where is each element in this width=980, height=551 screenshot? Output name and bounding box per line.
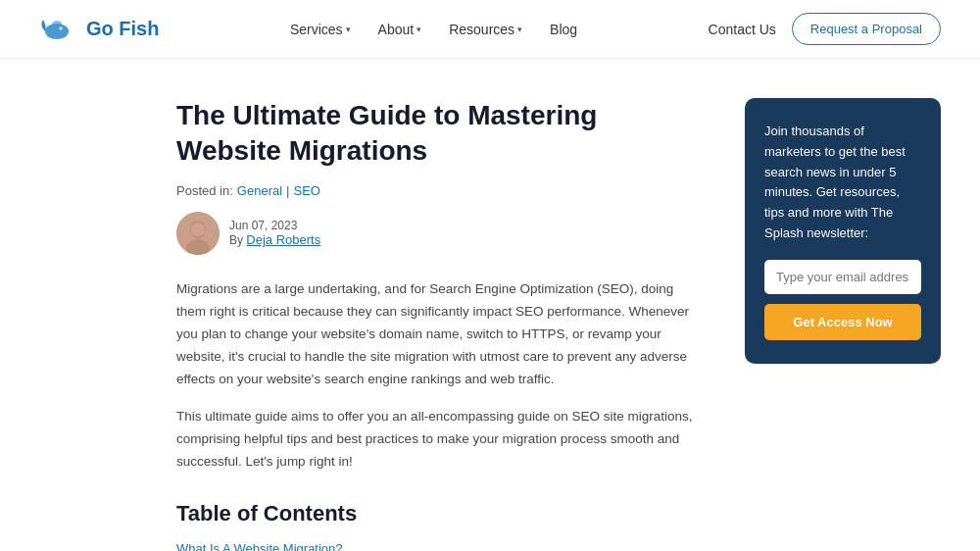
article-body: Migrations are a large undertaking, and … [176,278,706,475]
nav-blog[interactable]: Blog [550,22,577,37]
nav-resources[interactable]: Resources ▾ [449,22,522,37]
svg-point-2 [52,21,62,26]
chevron-down-icon: ▾ [346,25,351,34]
avatar-image [176,212,220,255]
nav-actions: Contact Us Request a Proposal [709,13,941,45]
list-item: What Is A Website Migration? [176,540,706,551]
chevron-down-icon: ▾ [416,25,421,34]
article-main: The Ultimate Guide to Mastering Website … [176,98,706,551]
posted-in-label: Posted in: [176,183,233,198]
nav-contact-link[interactable]: Contact Us [709,22,776,37]
main-nav: Go Fish Services ▾ About ▾ Resources ▾ B… [0,0,980,59]
page-body: The Ultimate Guide to Mastering Website … [0,59,980,551]
newsletter-description: Join thousands of marketers to get the b… [764,122,921,244]
logo-text: Go Fish [86,18,159,40]
logo[interactable]: Go Fish [39,10,159,49]
author-row: Jun 07, 2023 By Deja Roberts [176,212,706,255]
newsletter-email-input[interactable] [764,260,921,294]
author-date: Jun 07, 2023 [229,219,320,232]
nav-links: Services ▾ About ▾ Resources ▾ Blog [290,22,577,37]
author-name-link[interactable]: Deja Roberts [246,232,320,247]
article-meta: Posted in: General | SEO [176,183,706,198]
svg-point-6 [191,223,205,236]
author-avatar [176,212,220,255]
nav-services[interactable]: Services ▾ [290,22,351,37]
nav-about[interactable]: About ▾ [378,22,422,37]
author-byline: By Deja Roberts [229,232,320,247]
article-title: The Ultimate Guide to Mastering Website … [176,98,706,170]
toc-item-link[interactable]: What Is A Website Migration? [176,541,343,551]
category-general-link[interactable]: General [237,183,282,198]
article-para-2: This ultimate guide aims to offer you an… [176,406,706,474]
request-proposal-button[interactable]: Request a Proposal [792,13,941,45]
newsletter-cta-button[interactable]: Get Access Now [764,304,921,340]
toc-list: What Is A Website Migration?Why Migrate … [176,540,706,551]
sidebar: Join thousands of marketers to get the b… [745,98,941,551]
author-info: Jun 07, 2023 By Deja Roberts [229,219,320,247]
meta-separator: | [286,183,289,198]
category-seo-link[interactable]: SEO [293,183,319,198]
newsletter-card: Join thousands of marketers to get the b… [745,98,941,364]
toc-heading: Table of Contents [176,501,706,526]
logo-icon [39,10,78,49]
article-para-1: Migrations are a large undertaking, and … [176,278,706,391]
chevron-down-icon: ▾ [517,25,522,34]
svg-point-1 [60,26,63,29]
